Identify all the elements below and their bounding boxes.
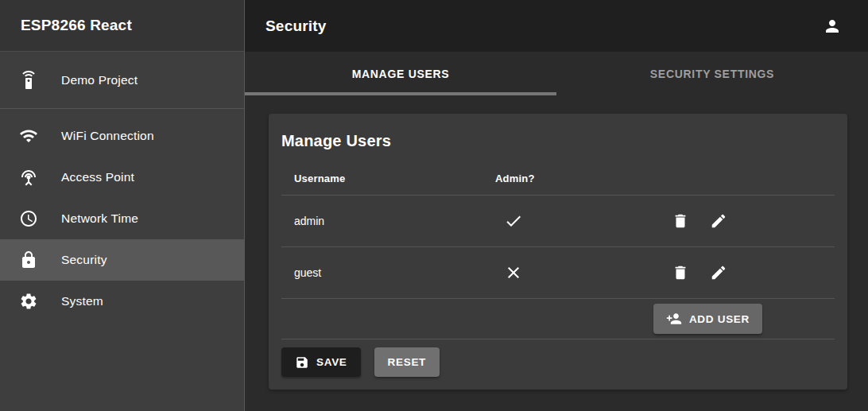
sidebar-item-demo-project[interactable]: Demo Project [0,52,244,109]
column-header-admin: Admin? [482,173,630,184]
sidebar-item-security[interactable]: Security [0,239,244,281]
delete-icon [672,212,689,230]
sidebar: ESP8266 React Demo Project WiFi Connecti… [0,0,245,411]
users-table: Username Admin? admin [281,161,835,339]
gear-icon [19,292,38,311]
delete-user-button[interactable] [661,254,699,292]
username-cell: guest [281,266,482,279]
lock-icon [19,250,38,269]
sidebar-header: ESP8266 React [0,0,244,52]
page-title: Security [265,17,813,35]
table-row-admin: admin [281,196,835,247]
admin-status-cell [482,263,630,282]
username-cell: admin [281,215,482,227]
sidebar-item-label: Demo Project [61,73,138,87]
card-title: Manage Users [281,132,835,150]
tab-indicator [245,92,556,95]
delete-icon [672,264,689,281]
edit-icon [710,264,727,281]
delete-user-button[interactable] [661,202,699,240]
sidebar-item-system[interactable]: System [0,281,244,322]
edit-user-button[interactable] [699,254,738,292]
sidebar-item-label: Access Point [61,170,134,184]
sidebar-item-label: Security [61,253,107,267]
account-button[interactable] [813,7,851,45]
reset-label: RESET [388,356,427,368]
table-row-guest: guest [281,247,835,299]
row-actions-cell [630,202,835,240]
add-user-button[interactable]: ADD USER [653,304,762,334]
tab-label: SECURITY SETTINGS [650,68,774,80]
wifi-icon [19,126,38,145]
check-icon [504,211,630,231]
row-actions-cell [630,254,835,292]
form-actions: SAVE RESET [281,347,835,377]
sidebar-nav: WiFi Connection Access Point Network Tim… [0,109,244,322]
admin-status-cell [482,211,630,231]
table-footer-row: ADD USER [281,299,835,339]
sidebar-item-label: System [61,294,103,308]
tab-bar: MANAGE USERS SECURITY SETTINGS [245,52,868,95]
reset-button[interactable]: RESET [374,347,440,377]
app-bar: Security [245,0,868,52]
tab-security-settings[interactable]: SECURITY SETTINGS [556,52,868,95]
save-button[interactable]: SAVE [281,347,361,377]
sidebar-item-label: Network Time [61,211,138,226]
tab-manage-users[interactable]: MANAGE USERS [245,52,556,95]
table-header-row: Username Admin? [281,161,835,196]
sidebar-item-network-time[interactable]: Network Time [0,198,244,239]
page-content: Manage Users Username Admin? admin [245,95,868,411]
sidebar-item-wifi-connection[interactable]: WiFi Connection [0,115,244,157]
app-window: ESP8266 React Demo Project WiFi Connecti… [0,0,868,411]
tab-label: MANAGE USERS [352,68,450,80]
person-add-icon [666,311,689,327]
app-title: ESP8266 React [21,17,132,34]
sidebar-item-label: WiFi Connection [61,129,154,143]
sidebar-item-access-point[interactable]: Access Point [0,157,244,198]
close-icon [504,263,630,282]
manage-users-card: Manage Users Username Admin? admin [269,114,847,390]
save-label: SAVE [316,356,347,368]
person-icon [823,17,842,36]
column-header-username: Username [281,173,482,184]
antenna-icon [19,168,38,187]
main-pane: Security MANAGE USERS SECURITY SETTINGS … [245,0,868,411]
edit-user-button[interactable] [699,202,738,240]
remote-icon [19,71,38,90]
clock-icon [19,209,38,228]
save-icon [295,355,316,370]
edit-icon [710,212,727,230]
add-user-label: ADD USER [689,313,750,325]
